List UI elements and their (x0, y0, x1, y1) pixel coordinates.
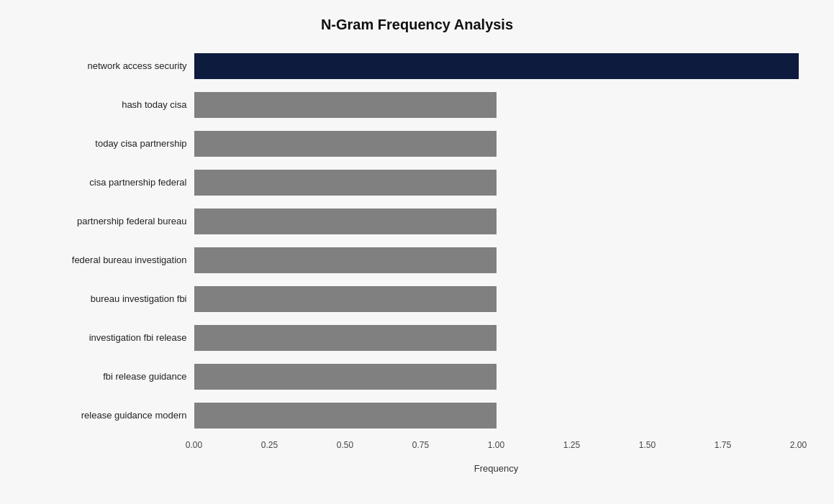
bar-label: cisa partnership federal (36, 177, 194, 188)
bar-fill (194, 131, 497, 157)
bar-track-wrapper (194, 364, 799, 390)
bar-row: hash today cisa (36, 86, 799, 124)
bar-fill (194, 364, 497, 390)
bar-track-wrapper (194, 170, 799, 196)
bar-track-wrapper (194, 131, 799, 157)
x-tick: 1.00 (488, 440, 504, 450)
bar-label: network access security (36, 60, 194, 71)
bar-row: cisa partnership federal (36, 164, 799, 201)
x-tick: 1.25 (563, 440, 580, 450)
x-tick: 0.50 (337, 440, 353, 450)
x-tick: 1.75 (715, 440, 731, 450)
chart-area: network access securityhash today cisato… (36, 47, 799, 436)
bar-label: hash today cisa (36, 99, 194, 110)
bar-track-wrapper (194, 92, 799, 118)
bar-fill (194, 92, 497, 118)
bar-track-wrapper (194, 209, 799, 234)
x-tick: 0.75 (412, 440, 429, 450)
bar-label: federal bureau investigation (36, 255, 194, 265)
x-axis-label-row: Frequency (36, 463, 799, 474)
bar-fill (194, 403, 497, 429)
bar-track-wrapper (194, 403, 799, 429)
bar-fill (194, 247, 497, 273)
bar-label: investigation fbi release (36, 332, 194, 343)
x-tick: 0.00 (186, 440, 202, 450)
bar-track-wrapper (194, 325, 799, 351)
bar-row: bureau investigation fbi (36, 280, 799, 318)
bar-track-wrapper (194, 286, 799, 312)
chart-title: N-Gram Frequency Analysis (36, 17, 799, 33)
bar-row: federal bureau investigation (36, 242, 799, 279)
bar-row: fbi release guidance (36, 358, 799, 395)
bar-label: fbi release guidance (36, 371, 194, 382)
bar-label: today cisa partnership (36, 138, 194, 149)
bar-fill (194, 53, 799, 79)
bar-row: today cisa partnership (36, 125, 799, 162)
bar-label: release guidance modern (36, 410, 194, 421)
bar-row: investigation fbi release (36, 319, 799, 357)
x-axis-label: Frequency (194, 463, 799, 474)
bar-fill (194, 209, 497, 234)
bar-track-wrapper (194, 247, 799, 273)
bar-fill (194, 325, 497, 351)
bar-row: release guidance modern (36, 397, 799, 434)
bar-label: partnership federal bureau (36, 216, 194, 226)
bar-fill (194, 286, 497, 312)
x-tick: 0.25 (261, 440, 278, 450)
x-tick: 2.00 (790, 440, 807, 450)
bar-label: bureau investigation fbi (36, 293, 194, 304)
x-axis-area: 0.000.250.500.751.001.251.501.752.00 (36, 440, 799, 462)
bar-row: network access security (36, 47, 799, 85)
x-tick: 1.50 (639, 440, 656, 450)
bar-row: partnership federal bureau (36, 203, 799, 240)
chart-container: N-Gram Frequency Analysis network access… (22, 2, 813, 503)
bar-track-wrapper (194, 53, 799, 79)
bar-fill (194, 170, 497, 196)
